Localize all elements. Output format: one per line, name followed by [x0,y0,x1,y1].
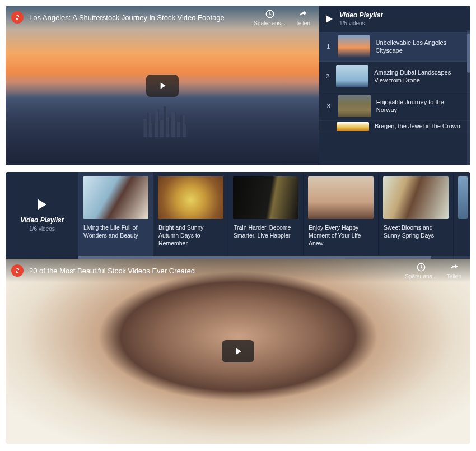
playlist-header[interactable]: Video Playlist 1/5 videos [319,6,470,32]
video-area[interactable]: 20 of the Most Beautiful Stock Videos Ev… [6,259,470,444]
share-label: Teilen [296,20,310,26]
player-block-1: Los Angeles: A Shutterstock Journey in S… [6,6,470,165]
watch-later-label: Später ans... [405,273,437,280]
playlist-item-thumbnail [338,95,371,117]
share-button[interactable]: Teilen [292,9,314,26]
playlist-card[interactable]: Living the Life Full of Wonders and Beau… [78,172,153,259]
playlist-item-thumbnail [336,65,368,87]
share-label: Teilen [447,273,461,280]
play-icon [157,80,168,91]
video-top-bar: 20 of the Most Beautiful Stock Videos Ev… [6,259,470,282]
playlist-sidebar: Video Playlist 1/5 videos 1Unbelievable … [319,6,470,165]
playlist-card-thumbnail [233,176,298,219]
playlist-card-thumbnail [83,176,148,219]
play-icon [38,199,46,210]
scrollbar-thumb[interactable] [467,34,470,73]
playlist-item-label: Unbelievable Los Angeles Cityscape [376,39,465,55]
share-button[interactable]: Teilen [444,262,465,280]
video-area[interactable]: Los Angeles: A Shutterstock Journey in S… [6,6,319,165]
playlist-items[interactable]: Living the Life Full of Wonders and Beau… [78,172,470,259]
playlist-item-label: Amazing Dubai Landscapes View from Drone [374,68,465,85]
play-icon [326,15,333,23]
clock-icon [265,9,275,19]
share-icon [298,9,308,19]
share-icon [449,262,459,272]
playlist-item[interactable]: 2Amazing Dubai Landscapes View from Dron… [319,62,470,91]
playlist-card-thumbnail [458,176,468,219]
playlist-horizontal: Video Playlist 1/6 videos Living the Lif… [6,172,470,259]
playlist-item-label: Bregen, the Jewel in the Crown of Norway [375,122,465,132]
player-block-2: Video Playlist 1/6 videos Living the Lif… [6,172,470,444]
video-title[interactable]: Los Angeles: A Shutterstock Journey in S… [29,13,250,22]
playlist-item-index: 3 [325,103,333,109]
playlist-card[interactable]: Train Harder, Become Smarter, Live Happi… [228,172,304,259]
playlist-list[interactable]: 1Unbelievable Los Angeles Cityscape2Amaz… [319,32,470,165]
playlist-item-label: Enjoyable Journey to the Norway [376,98,465,114]
playlist-title: Video Playlist [339,11,383,19]
playlist-card[interactable]: Enjoy Every Happy Moment of Your Life An… [304,172,379,259]
playlist-card-label: Train Harder, Become Smarter, Live Happi… [228,219,303,244]
watch-later-label: Später ans... [254,20,286,26]
playlist-card-label: Enjoy Every Happy Moment of Your Life An… [304,219,378,252]
watch-later-button[interactable]: Später ans... [250,9,289,26]
playlist-card-thumbnail [308,176,374,219]
channel-logo[interactable] [11,11,24,24]
play-button[interactable] [222,340,254,362]
playlist-item-thumbnail [338,35,370,58]
shutterstock-icon [14,14,21,21]
playlist-card-thumbnail [158,176,223,219]
playlist-item[interactable]: Bregen, the Jewel in the Crown of Norway [319,121,470,132]
playlist-count: 1/6 videos [29,226,55,232]
channel-logo[interactable] [11,264,24,277]
playlist-item-index: 1 [325,43,332,50]
playlist-item[interactable]: 1Unbelievable Los Angeles Cityscape [319,32,470,62]
playlist-card-label: Bright and Sunny Autumn Days to Remember [153,219,228,252]
playlist-header[interactable]: Video Playlist 1/6 videos [6,172,78,259]
video-top-bar: Los Angeles: A Shutterstock Journey in S… [6,6,319,29]
playlist-card[interactable]: Sweet Blooms and Sunny Spring Days [379,172,454,259]
watch-later-button[interactable]: Später ans... [402,262,440,280]
video-top-actions: Später ans... Teilen [250,9,314,26]
playlist-card-label: Living the Life Full of Wonders and Beau… [78,219,153,244]
playlist-card-label: Sweet Blooms and Sunny Spring Days [379,219,453,244]
playlist-item[interactable]: 3Enjoyable Journey to the Norway [319,91,470,121]
video-top-actions: Später ans... Teilen [402,262,465,280]
clock-icon [416,262,426,272]
cityscape-illustration [6,92,319,165]
playlist-card[interactable]: Bright and Sunny Autumn Days to Remember [153,172,228,259]
playlist-count: 1/5 videos [339,20,383,26]
play-icon [232,346,244,357]
shutterstock-icon [14,267,21,274]
play-button[interactable] [146,75,179,97]
playlist-card-thumbnail [383,176,449,219]
playlist-title: Video Playlist [20,216,64,224]
playlist-item-index: 2 [325,73,330,80]
video-title[interactable]: 20 of the Most Beautiful Stock Videos Ev… [29,267,402,275]
playlist-item-thumbnail [337,122,369,131]
playlist-card[interactable] [454,172,468,259]
